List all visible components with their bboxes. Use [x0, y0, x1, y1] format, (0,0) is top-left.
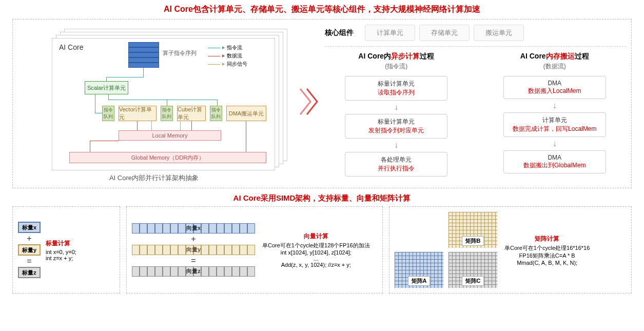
cube-unit: Cube计算单元	[177, 106, 206, 121]
global-memory: Global Memory（DDR内存）	[69, 152, 266, 163]
scalar-panel: 标量x + 标量y = 标量z 标量计算 int x=0, y=0; int z…	[12, 206, 120, 294]
dma-unit: DMA搬运单元	[226, 106, 266, 121]
tabs-label: 核心组件	[325, 28, 354, 37]
arch-caption: AI Core内部并行计算架构抽象	[18, 173, 290, 183]
matrix-b: 矩阵B	[448, 212, 497, 248]
vector-panel: 向量x + 向量y = 向量z 向量计算 单Core可在1个cycle处理128…	[126, 206, 383, 294]
chevron-right-icon	[298, 86, 323, 119]
vector-code: 向量计算 单Core可在1个cycle处理128个FP16的加法 int x[1…	[262, 232, 370, 268]
vector-z	[132, 266, 255, 277]
simd-row: 标量x + 标量y = 标量z 标量计算 int x=0, y=0; int z…	[12, 206, 632, 294]
tab-transport[interactable]: 搬运单元	[474, 25, 524, 41]
async-compute-flow: AI Core内异步计算过程 (指令流) 标量计算单元读取指令序列 ↓ 标量计算…	[325, 52, 468, 177]
matrix-code: 矩阵计算 单Core可在1个cycle处理16*16*16 FP16矩阵乘法C=…	[504, 235, 590, 266]
memory-transport-flow: AI Core内存搬运过程 (数据流) DMA数据搬入LocalMem ↓ 计算…	[483, 52, 627, 177]
tab-compute[interactable]: 计算单元	[365, 25, 415, 41]
main-title: AI Core包含计算单元、存储单元、搬运单元等核心组件，支持大规模神经网络计算…	[0, 0, 644, 19]
scalar-z: 标量z	[18, 267, 41, 278]
scalar-y: 标量y	[18, 244, 41, 256]
vector-y	[132, 245, 255, 255]
scalar-code: 标量计算 int x=0, y=0; int z=x + y;	[46, 239, 76, 261]
arrow-down-icon: ↓	[483, 139, 627, 148]
flow-section: 核心组件 计算单元 存储单元 搬运单元 AI Core内异步计算过程 (指令流)…	[290, 25, 626, 183]
vector-x	[132, 223, 255, 233]
tab-storage[interactable]: 存储单元	[419, 25, 470, 41]
vector-unit: Vector计算单元	[119, 106, 157, 121]
aicore-label: AI Core	[59, 43, 83, 51]
matrix-a: 矩阵A	[395, 252, 443, 288]
tabs: 核心组件 计算单元 存储单元 搬运单元	[325, 25, 626, 41]
architecture-diagram: AI Core 算子指令序列 指令流 数据流 同步信号 Scalar计算单元 指…	[18, 25, 290, 183]
instr-queue-3: 指令 队列	[210, 106, 222, 121]
scalar-x: 标量x	[18, 222, 41, 233]
arrow-down-icon: ↓	[483, 101, 627, 110]
scalar-unit: Scalar计算单元	[85, 81, 128, 94]
local-memory: Local Memory	[119, 130, 221, 141]
instruction-queue	[128, 42, 159, 68]
top-panel: AI Core 算子指令序列 指令流 数据流 同步信号 Scalar计算单元 指…	[12, 19, 632, 188]
sub-title: AI Core采用SIMD架构，支持标量、向量和矩阵计算	[0, 188, 644, 206]
matrix-c: 矩阵C	[448, 252, 497, 288]
instr-queue-1: 指令 队列	[102, 106, 114, 121]
instr-queue-2: 指令 队列	[161, 106, 173, 121]
legend: 指令流 数据流 同步信号	[208, 44, 247, 69]
arrow-down-icon: ↓	[325, 141, 468, 150]
queue-label: 算子指令序列	[163, 49, 197, 57]
arrow-down-icon: ↓	[325, 103, 468, 112]
matrix-panel: 矩阵A 矩阵B 矩阵C 矩阵计算 单Core可在1个cycle处理16*16*1…	[389, 206, 632, 294]
